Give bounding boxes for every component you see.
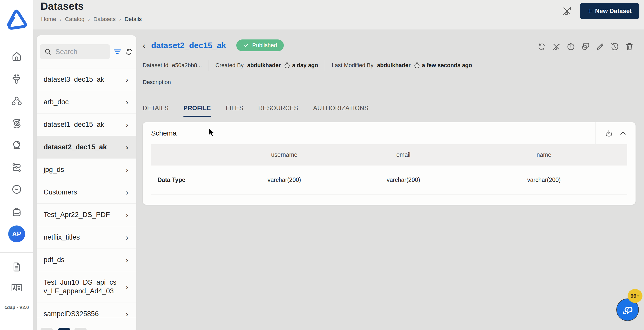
chevron-right-icon: › (126, 98, 128, 107)
breadcrumb-separator: › (88, 16, 90, 22)
dataset-list-item[interactable]: jpg_ds› (37, 158, 136, 181)
stopwatch-icon (414, 62, 420, 69)
brand-logo[interactable] (5, 8, 28, 30)
pagination-prev-button[interactable] (41, 328, 53, 330)
help-chat-icon: ? (621, 303, 634, 316)
ingest-funnel-icon[interactable] (11, 74, 22, 85)
dataset-list-item[interactable]: netflix_titles› (37, 226, 136, 249)
pipeline-route-icon[interactable] (11, 162, 22, 173)
dataset-list-item[interactable]: dataset3_dec15_ak› (37, 68, 136, 91)
collapse-chevron-up-icon[interactable] (619, 129, 627, 137)
tab-resources[interactable]: RESOURCES (258, 105, 298, 117)
delete-trash-icon[interactable] (624, 42, 635, 52)
crystal-ball-icon[interactable] (11, 139, 22, 151)
status-label: Published (252, 42, 277, 49)
chevron-right-icon: › (126, 256, 128, 264)
stopwatch-icon (284, 62, 290, 69)
chevron-right-icon: › (126, 233, 128, 242)
schema-cell: varchar(200) (222, 166, 346, 194)
dataset-list-item[interactable]: pdf_ds› (37, 249, 136, 271)
dataset-title[interactable]: dataset2_dec15_ak (151, 41, 226, 50)
tools-icon[interactable] (551, 42, 561, 52)
check-icon (243, 42, 249, 48)
user-avatar[interactable]: AP (8, 225, 25, 242)
workbag-icon[interactable] (11, 206, 23, 218)
refresh-icon[interactable] (125, 47, 133, 56)
plus-icon: + (588, 7, 592, 15)
dataset-list-item-selected[interactable]: dataset2_dec15_ak› (37, 136, 136, 158)
pagination-current-button[interactable] (58, 328, 70, 330)
modified-by-value: abdulkhader (377, 62, 411, 69)
breadcrumb-home[interactable]: Home (41, 16, 56, 23)
network-icon[interactable] (11, 96, 22, 107)
dataset-list-item[interactable]: sampelDS325856› (37, 303, 136, 318)
dataset-list: dataset3_dec15_ak› arb_doc› dataset1_dec… (37, 68, 136, 318)
history-icon[interactable] (610, 42, 620, 52)
detail-tabs: DETAILS PROFILE FILES RESOURCES AUTHORIZ… (143, 105, 636, 117)
dataset-id-value: e50a2bb8... (172, 62, 202, 69)
copy-icon[interactable] (580, 42, 591, 52)
created-by-label: Created By (216, 62, 244, 69)
dataset-list-item[interactable]: Test_Apr22_DS_PDF› (37, 203, 136, 226)
dataset-list-item[interactable]: arb_doc› (37, 91, 136, 113)
schema-col-empty (151, 144, 222, 166)
chevron-right-icon: › (126, 166, 128, 174)
modified-when-value: a few seconds ago (422, 62, 472, 69)
page-title: Datasets (41, 1, 84, 12)
schema-table: username email name Data Type varchar(20… (151, 144, 627, 194)
schema-title: Schema (151, 129, 177, 137)
filter-icon[interactable] (113, 48, 122, 56)
tab-files[interactable]: FILES (226, 105, 243, 117)
dataset-list-item[interactable]: dataset1_dec15_ak› (37, 113, 136, 136)
dataset-list-item[interactable]: Test_Jun10_DS_api_csv_LF_append_Ad4_03› (37, 271, 136, 303)
dataset-meta-row: Dataset Id e50a2bb8... Created By abdulk… (143, 60, 636, 71)
download-icon[interactable] (604, 129, 613, 138)
modified-by-label: Last Modified By (332, 62, 374, 69)
breadcrumb-catalog[interactable]: Catalog (65, 16, 84, 23)
chevron-right-icon: › (126, 283, 128, 291)
dataset-list-panel: dataset3_dec15_ak› arb_doc› dataset1_dec… (37, 35, 136, 330)
breadcrumb-datasets[interactable]: Datasets (93, 16, 116, 23)
pagination-next-button[interactable] (74, 328, 87, 330)
new-dataset-button[interactable]: + New Dataset (580, 3, 639, 19)
search-box[interactable] (40, 44, 110, 59)
schema-card: Schema username (143, 122, 636, 205)
back-icon[interactable]: ‹ (143, 41, 145, 50)
chevron-right-icon: › (126, 310, 128, 318)
clock-icon[interactable] (11, 184, 22, 195)
breadcrumb-details: Details (124, 16, 142, 23)
dataset-list-item[interactable]: Customers› (37, 181, 136, 203)
sync-icon[interactable] (536, 42, 547, 52)
notification-badge[interactable]: 99+ (628, 289, 642, 303)
tab-authorizations[interactable]: AUTHORIZATIONS (313, 105, 368, 117)
chevron-right-icon: › (126, 75, 128, 84)
search-icon (44, 48, 52, 56)
home-icon[interactable] (11, 51, 22, 63)
left-nav-rail: AP cdap - V2.0 (0, 0, 33, 330)
tools-icon[interactable] (561, 5, 573, 17)
created-when-value: a day ago (292, 62, 318, 69)
search-input[interactable] (55, 48, 99, 56)
schema-col-email: email (346, 144, 461, 166)
breadcrumb-separator: › (119, 16, 121, 22)
process-settings-icon[interactable] (11, 117, 23, 129)
rail-divider (0, 252, 33, 253)
breadcrumb-separator: › (60, 16, 62, 22)
edit-pencil-icon[interactable] (595, 42, 605, 52)
tab-details[interactable]: DETAILS (143, 105, 169, 117)
svg-text:?: ? (626, 307, 629, 311)
chevron-right-icon: › (126, 120, 128, 129)
schema-row-label: Data Type (151, 166, 222, 194)
schema-col-username: username (222, 144, 346, 166)
chevron-right-icon: › (126, 143, 128, 152)
breadcrumb: Home › Catalog › Datasets › Details (41, 16, 142, 23)
upload-icon[interactable] (566, 42, 576, 52)
tab-profile[interactable]: PROFILE (183, 105, 211, 117)
dataset-id-label: Dataset Id (143, 62, 168, 69)
translate-icon[interactable] (11, 284, 22, 292)
chevron-right-icon: › (126, 188, 128, 197)
app-version-label: cdap - V2.0 (0, 305, 33, 310)
meta-divider (325, 60, 325, 71)
schema-table-row: Data Type varchar(200) varchar(200) varc… (151, 166, 627, 194)
document-icon[interactable] (11, 262, 22, 272)
